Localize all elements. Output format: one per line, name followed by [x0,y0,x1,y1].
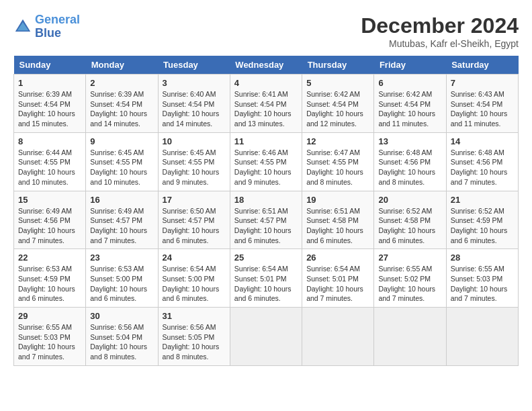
day-number: 24 [163,253,226,263]
calendar-cell: 12Sunrise: 6:47 AM Sunset: 4:55 PM Dayli… [302,132,374,191]
day-info: Sunrise: 6:56 AM Sunset: 5:05 PM Dayligh… [163,322,226,362]
day-info: Sunrise: 6:55 AM Sunset: 5:03 PM Dayligh… [18,322,81,362]
week-row-2: 8Sunrise: 6:44 AM Sunset: 4:55 PM Daylig… [14,132,519,191]
day-number: 15 [18,195,81,205]
day-number: 31 [163,311,226,321]
day-number: 10 [163,136,226,146]
calendar-cell: 17Sunrise: 6:50 AM Sunset: 4:57 PM Dayli… [158,191,230,249]
title-block: December 2024 Mutubas, Kafr el-Sheikh, E… [361,13,519,49]
calendar-cell: 23Sunrise: 6:53 AM Sunset: 5:00 PM Dayli… [86,249,158,308]
calendar-cell: 5Sunrise: 6:42 AM Sunset: 4:54 PM Daylig… [302,75,374,133]
day-info: Sunrise: 6:52 AM Sunset: 4:58 PM Dayligh… [378,206,441,246]
day-number: 5 [306,78,369,88]
calendar-cell: 18Sunrise: 6:51 AM Sunset: 4:57 PM Dayli… [230,191,302,249]
day-info: Sunrise: 6:53 AM Sunset: 4:59 PM Dayligh… [18,264,81,304]
day-number: 22 [18,253,81,263]
day-info: Sunrise: 6:43 AM Sunset: 4:54 PM Dayligh… [451,89,514,129]
day-info: Sunrise: 6:49 AM Sunset: 4:57 PM Dayligh… [90,206,153,246]
day-number: 23 [90,253,153,263]
day-info: Sunrise: 6:51 AM Sunset: 4:58 PM Dayligh… [306,206,369,246]
day-info: Sunrise: 6:55 AM Sunset: 5:03 PM Dayligh… [451,264,514,304]
calendar-body: 1Sunrise: 6:39 AM Sunset: 4:54 PM Daylig… [14,75,519,366]
day-info: Sunrise: 6:44 AM Sunset: 4:55 PM Dayligh… [18,148,81,187]
day-number: 12 [306,136,369,146]
day-number: 4 [234,78,298,88]
calendar-cell: 8Sunrise: 6:44 AM Sunset: 4:55 PM Daylig… [14,132,86,191]
month-title: December 2024 [361,13,519,38]
calendar-cell: 7Sunrise: 6:43 AM Sunset: 4:54 PM Daylig… [446,75,518,133]
calendar-cell: 11Sunrise: 6:46 AM Sunset: 4:55 PM Dayli… [230,132,302,191]
calendar-cell: 16Sunrise: 6:49 AM Sunset: 4:57 PM Dayli… [86,191,158,249]
logo-line1: General [35,13,80,26]
logo: General Blue [13,13,80,40]
day-info: Sunrise: 6:56 AM Sunset: 5:04 PM Dayligh… [90,322,153,362]
logo-text: General Blue [35,13,80,40]
column-header-wednesday: Wednesday [230,56,302,75]
calendar-cell [302,308,374,366]
day-number: 13 [378,136,441,146]
day-info: Sunrise: 6:54 AM Sunset: 5:00 PM Dayligh… [163,264,226,304]
day-info: Sunrise: 6:41 AM Sunset: 4:54 PM Dayligh… [234,89,298,129]
day-info: Sunrise: 6:45 AM Sunset: 4:55 PM Dayligh… [163,148,226,187]
day-info: Sunrise: 6:48 AM Sunset: 4:56 PM Dayligh… [378,148,441,187]
day-info: Sunrise: 6:49 AM Sunset: 4:56 PM Dayligh… [18,206,81,246]
column-header-saturday: Saturday [446,56,518,75]
day-number: 3 [163,78,226,88]
logo-icon [13,17,32,36]
day-number: 25 [234,253,298,263]
header-row: SundayMondayTuesdayWednesdayThursdayFrid… [14,56,519,75]
day-number: 26 [306,253,369,263]
day-number: 27 [378,253,441,263]
calendar-cell: 26Sunrise: 6:54 AM Sunset: 5:01 PM Dayli… [302,249,374,308]
calendar-header: SundayMondayTuesdayWednesdayThursdayFrid… [14,56,519,75]
calendar-cell: 19Sunrise: 6:51 AM Sunset: 4:58 PM Dayli… [302,191,374,249]
calendar-cell: 24Sunrise: 6:54 AM Sunset: 5:00 PM Dayli… [158,249,230,308]
calendar-cell: 10Sunrise: 6:45 AM Sunset: 4:55 PM Dayli… [158,132,230,191]
calendar-cell: 6Sunrise: 6:42 AM Sunset: 4:54 PM Daylig… [374,75,446,133]
day-number: 7 [451,78,514,88]
day-info: Sunrise: 6:48 AM Sunset: 4:56 PM Dayligh… [451,148,514,187]
day-number: 8 [18,136,81,146]
week-row-4: 22Sunrise: 6:53 AM Sunset: 4:59 PM Dayli… [14,249,519,308]
day-number: 29 [18,311,81,321]
column-header-thursday: Thursday [302,56,374,75]
calendar-cell: 25Sunrise: 6:54 AM Sunset: 5:01 PM Dayli… [230,249,302,308]
day-info: Sunrise: 6:50 AM Sunset: 4:57 PM Dayligh… [163,206,226,246]
day-info: Sunrise: 6:39 AM Sunset: 4:54 PM Dayligh… [18,89,81,129]
day-number: 6 [378,78,441,88]
day-number: 11 [234,136,298,146]
day-number: 30 [90,311,153,321]
day-number: 14 [451,136,514,146]
column-header-sunday: Sunday [14,56,86,75]
column-header-tuesday: Tuesday [158,56,230,75]
day-info: Sunrise: 6:42 AM Sunset: 4:54 PM Dayligh… [378,89,441,129]
day-info: Sunrise: 6:45 AM Sunset: 4:55 PM Dayligh… [90,148,153,187]
calendar-cell: 20Sunrise: 6:52 AM Sunset: 4:58 PM Dayli… [374,191,446,249]
calendar-cell [230,308,302,366]
day-number: 18 [234,195,298,205]
day-number: 20 [378,195,441,205]
logo-line2: Blue [35,27,80,40]
day-number: 9 [90,136,153,146]
calendar-cell: 4Sunrise: 6:41 AM Sunset: 4:54 PM Daylig… [230,75,302,133]
calendar-cell [374,308,446,366]
calendar-cell: 9Sunrise: 6:45 AM Sunset: 4:55 PM Daylig… [86,132,158,191]
day-number: 16 [90,195,153,205]
day-info: Sunrise: 6:54 AM Sunset: 5:01 PM Dayligh… [306,264,369,304]
calendar-cell: 21Sunrise: 6:52 AM Sunset: 4:59 PM Dayli… [446,191,518,249]
calendar-cell: 15Sunrise: 6:49 AM Sunset: 4:56 PM Dayli… [14,191,86,249]
location: Mutubas, Kafr el-Sheikh, Egypt [361,38,519,49]
day-info: Sunrise: 6:54 AM Sunset: 5:01 PM Dayligh… [234,264,298,304]
calendar-table: SundayMondayTuesdayWednesdayThursdayFrid… [13,56,519,366]
calendar-cell: 13Sunrise: 6:48 AM Sunset: 4:56 PM Dayli… [374,132,446,191]
day-info: Sunrise: 6:52 AM Sunset: 4:59 PM Dayligh… [451,206,514,246]
week-row-1: 1Sunrise: 6:39 AM Sunset: 4:54 PM Daylig… [14,75,519,133]
day-number: 1 [18,78,81,88]
page-header: General Blue December 2024 Mutubas, Kafr… [13,13,519,49]
column-header-monday: Monday [86,56,158,75]
calendar-cell [446,308,518,366]
calendar-cell: 1Sunrise: 6:39 AM Sunset: 4:54 PM Daylig… [14,75,86,133]
day-info: Sunrise: 6:40 AM Sunset: 4:54 PM Dayligh… [163,89,226,129]
column-header-friday: Friday [374,56,446,75]
day-info: Sunrise: 6:39 AM Sunset: 4:54 PM Dayligh… [90,89,153,129]
